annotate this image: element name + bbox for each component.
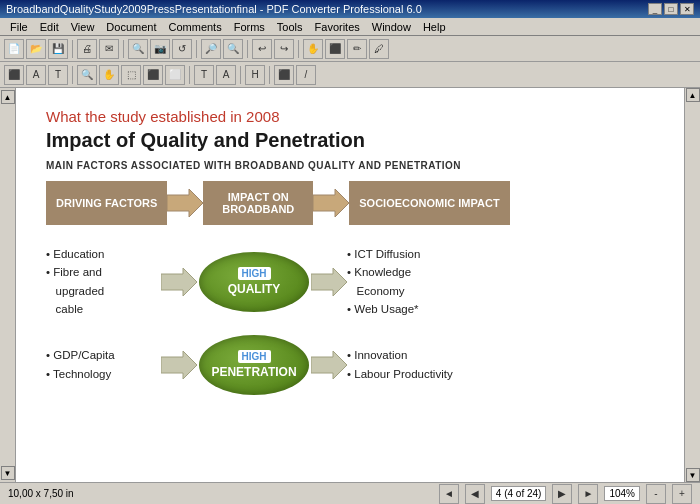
search-btn[interactable]: 🔍 (128, 39, 148, 59)
pdf-title: Impact of Quality and Penetration (46, 129, 654, 152)
high-quality-badge: HIGH (238, 267, 271, 280)
highlighter-btn[interactable]: 🖊 (369, 39, 389, 59)
window-controls[interactable]: _ □ ✕ (648, 3, 694, 15)
sep8 (240, 66, 241, 84)
svg-marker-5 (311, 351, 347, 379)
menu-file[interactable]: File (4, 20, 34, 34)
undo-btn[interactable]: ↩ (252, 39, 272, 59)
header-flow-row: DRIVING FACTORS IMPACT ONBROADBAND SOC (46, 181, 654, 225)
svg-marker-4 (161, 351, 197, 379)
next-btn[interactable]: ▶ (552, 484, 572, 504)
scroll-right-up-btn[interactable]: ▲ (686, 88, 700, 102)
menu-comments[interactable]: Comments (163, 20, 228, 34)
toolbar-2: ⬛ A T 🔍 ✋ ⬚ ⬛ ⬜ T A H ⬛ / (0, 62, 700, 88)
svg-marker-1 (313, 189, 349, 217)
scroll-right-down-btn[interactable]: ▼ (686, 468, 700, 482)
open-btn[interactable]: 📂 (26, 39, 46, 59)
tb2-btn3[interactable]: T (48, 65, 68, 85)
detail-rows: Education Fibre and upgraded cable HIGH … (46, 245, 654, 395)
email-btn[interactable]: ✉ (99, 39, 119, 59)
close-button[interactable]: ✕ (680, 3, 694, 15)
new-btn[interactable]: 📄 (4, 39, 24, 59)
penetration-label: PENETRATION (211, 365, 296, 379)
hand-btn[interactable]: ✋ (303, 39, 323, 59)
menu-tools[interactable]: Tools (271, 20, 309, 34)
page-indicator: 4 (4 of 24) (491, 486, 547, 501)
pencil-btn[interactable]: ✏ (347, 39, 367, 59)
maximize-button[interactable]: □ (664, 3, 678, 15)
tb2-btn12[interactable]: ⬛ (274, 65, 294, 85)
penetration-row: GDP/Capita Technology HIGH PENETRATION (46, 335, 654, 395)
next-page-btn[interactable]: ► (578, 484, 598, 504)
tb2-btn8[interactable]: ⬜ (165, 65, 185, 85)
flow-diagram: DRIVING FACTORS IMPACT ONBROADBAND SOC (46, 181, 654, 395)
menu-window[interactable]: Window (366, 20, 417, 34)
tb2-btn1[interactable]: ⬛ (4, 65, 24, 85)
svg-marker-3 (311, 268, 347, 296)
arrow-2 (313, 188, 349, 218)
tb2-btn11[interactable]: H (245, 65, 265, 85)
quality-row: Education Fibre and upgraded cable HIGH … (46, 245, 654, 319)
socioeconomic-impact-box: SOCIOECONOMIC IMPACT (349, 181, 509, 225)
menu-help[interactable]: Help (417, 20, 452, 34)
high-quality-oval: HIGH QUALITY (199, 252, 309, 312)
page-content: What the study established in 2008 Impac… (16, 88, 684, 482)
driving-factors-box: DRIVING FACTORS (46, 181, 167, 225)
refresh-btn[interactable]: ↺ (172, 39, 192, 59)
zoom-in-btn[interactable]: 🔎 (201, 39, 221, 59)
arrow-penetration-right (311, 350, 347, 380)
sep4 (247, 40, 248, 58)
main-area: ▲ ▼ What the study established in 2008 I… (0, 88, 700, 482)
print-btn[interactable]: 🖨 (77, 39, 97, 59)
menu-forms[interactable]: Forms (228, 20, 271, 34)
arrow-quality-left (161, 267, 197, 297)
sep3 (196, 40, 197, 58)
tb2-btn5[interactable]: ✋ (99, 65, 119, 85)
menu-document[interactable]: Document (100, 20, 162, 34)
select-btn[interactable]: ⬛ (325, 39, 345, 59)
menu-edit[interactable]: Edit (34, 20, 65, 34)
redo-btn[interactable]: ↪ (274, 39, 294, 59)
prev-page-btn[interactable]: ◄ (439, 484, 459, 504)
left-scrollbar[interactable]: ▲ ▼ (0, 88, 16, 482)
camera-btn[interactable]: 📷 (150, 39, 170, 59)
penetration-right-bullets: Innovation Labour Productivity (347, 346, 462, 383)
tb2-btn6[interactable]: ⬚ (121, 65, 141, 85)
scroll-down-btn[interactable]: ▼ (1, 466, 15, 480)
tb2-btn9[interactable]: T (194, 65, 214, 85)
penetration-left-bullets: GDP/Capita Technology (46, 346, 161, 383)
pdf-subtitle: What the study established in 2008 (46, 108, 654, 125)
scroll-up-btn[interactable]: ▲ (1, 90, 15, 104)
right-scrollbar[interactable]: ▲ ▼ (684, 88, 700, 482)
tb2-btn2[interactable]: A (26, 65, 46, 85)
tb2-btn13[interactable]: / (296, 65, 316, 85)
zoom-out-btn[interactable]: 🔍 (223, 39, 243, 59)
position-indicator: 10,00 x 7,50 in (8, 488, 74, 499)
tb2-btn7[interactable]: ⬛ (143, 65, 163, 85)
section-label: MAIN FACTORS ASSOCIATED WITH BROADBAND Q… (46, 160, 654, 171)
high-penetration-badge: HIGH (238, 350, 271, 363)
zoom-out-status-btn[interactable]: - (646, 484, 666, 504)
sep1 (72, 40, 73, 58)
menu-bar: File Edit View Document Comments Forms T… (0, 18, 700, 36)
tb2-btn4[interactable]: 🔍 (77, 65, 97, 85)
save-btn[interactable]: 💾 (48, 39, 68, 59)
status-bar: 10,00 x 7,50 in ◄ ◀ 4 (4 of 24) ▶ ► 104%… (0, 482, 700, 504)
zoom-in-status-btn[interactable]: + (672, 484, 692, 504)
quality-right-bullets: ICT Diffusion Knowledge Economy Web Usag… (347, 245, 462, 319)
sep7 (189, 66, 190, 84)
arrow-penetration-left (161, 350, 197, 380)
tb2-btn10[interactable]: A (216, 65, 236, 85)
prev-btn[interactable]: ◀ (465, 484, 485, 504)
quality-label: QUALITY (228, 282, 281, 296)
arrow-quality-right (311, 267, 347, 297)
sep6 (72, 66, 73, 84)
arrow-1 (167, 188, 203, 218)
minimize-button[interactable]: _ (648, 3, 662, 15)
toolbar-1: 📄 📂 💾 🖨 ✉ 🔍 📷 ↺ 🔎 🔍 ↩ ↪ ✋ ⬛ ✏ 🖊 (0, 36, 700, 62)
title-bar: BroadbandQualityStudy2009PressPresentati… (0, 0, 700, 18)
menu-view[interactable]: View (65, 20, 101, 34)
quality-left-bullets: Education Fibre and upgraded cable (46, 245, 161, 319)
sep9 (269, 66, 270, 84)
menu-favorites[interactable]: Favorites (309, 20, 366, 34)
